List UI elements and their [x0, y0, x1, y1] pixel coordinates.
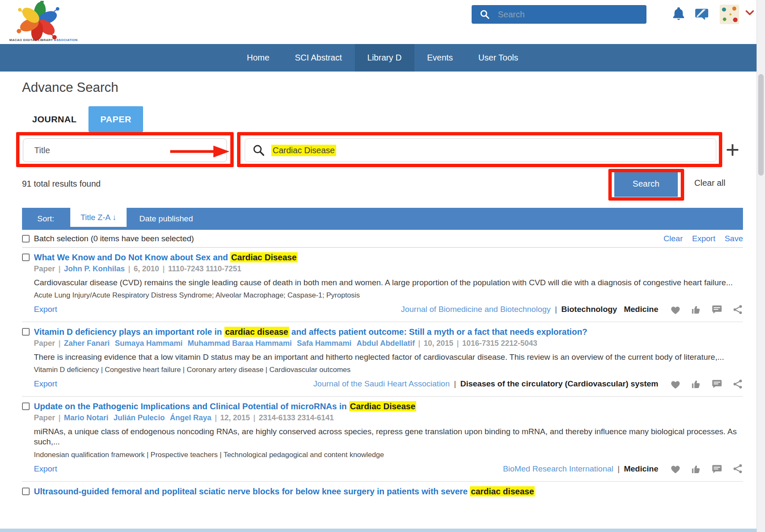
author-link[interactable]: Safa Hammami	[297, 339, 351, 347]
nav-item-events[interactable]: Events	[414, 44, 466, 72]
result-meta: Paper|Zaher FanariSumaya HammamiMuhammad…	[34, 339, 743, 348]
result-checkbox[interactable]	[22, 254, 30, 261]
result-title-link[interactable]: Vitamin D deficiency plays an important …	[34, 326, 587, 337]
user-avatar[interactable]	[720, 5, 739, 24]
comment-icon[interactable]	[712, 464, 722, 474]
global-search-bar[interactable]	[472, 5, 646, 24]
site-logo[interactable]: MACAO DIGITAL LIBRARY ASSOCIATION	[7, 1, 70, 43]
author-link[interactable]: Muhammad Baraa Hammami	[188, 339, 292, 347]
notifications-bell-icon[interactable]	[671, 6, 687, 24]
result-type-label: Paper	[34, 265, 55, 273]
highlighted-term: cardiac disease	[470, 486, 535, 496]
global-search-input[interactable]	[497, 9, 637, 20]
nav-item-library-d[interactable]: Library D	[355, 44, 414, 72]
chevron-down-icon: ⌄	[212, 146, 219, 154]
author-link[interactable]: Zaher Fanari	[64, 339, 110, 347]
result-item: Vitamin D deficiency plays an important …	[22, 322, 743, 397]
clear-all-button[interactable]: Clear all	[694, 178, 725, 188]
author-link[interactable]: Sumaya Hammami	[115, 339, 182, 347]
search-button[interactable]: Search	[614, 171, 678, 197]
result-action-icons	[670, 463, 743, 474]
author-link[interactable]: Ángel Raya	[170, 413, 211, 422]
account-chevron-down-icon[interactable]	[745, 10, 754, 17]
author-link[interactable]: Julián Pulecio	[113, 413, 165, 422]
journal-link[interactable]: Journal of Biomedicine and Biotechnology	[401, 305, 551, 314]
batch-link-export[interactable]: Export	[692, 234, 715, 243]
paper-search-input[interactable]: Cardiac Disease	[245, 138, 716, 162]
result-title-link[interactable]: Update on the Pathogenic Implications an…	[34, 401, 416, 412]
result-type-label: Paper	[34, 413, 55, 422]
search-icon	[479, 9, 490, 20]
export-link[interactable]: Export	[34, 305, 57, 314]
horizontal-scrollbar[interactable]	[0, 529, 757, 532]
export-link[interactable]: Export	[34, 464, 57, 474]
nav-item-home[interactable]: Home	[234, 44, 282, 72]
result-footer-right: BioMed Research International|Medicine	[503, 463, 743, 474]
favorite-heart-icon[interactable]	[670, 464, 681, 474]
result-checkbox[interactable]	[22, 328, 30, 336]
title-text: What We Know and Do Not Know about Sex a…	[34, 253, 230, 262]
result-footer: ExportJournal of the Saudi Heart Associa…	[34, 378, 743, 390]
batch-link-clear[interactable]: Clear	[663, 234, 682, 243]
result-item: What We Know and Do Not Know about Sex a…	[22, 248, 743, 322]
result-keywords: Indonesian qualification framework | Pro…	[34, 451, 743, 459]
journal-link[interactable]: BioMed Research International	[503, 464, 613, 474]
author-link[interactable]: Mario Notari	[64, 413, 108, 422]
sort-options: Title Z-A ↓Date published	[54, 208, 204, 230]
add-search-field-icon[interactable]: +	[726, 134, 740, 166]
search-fields-row: Title ⌄ Cardiac Disease +	[22, 132, 743, 168]
result-title-row: Update on the Pathogenic Implications an…	[22, 401, 743, 412]
separator: |	[454, 379, 456, 389]
tab-journal[interactable]: JOURNAL	[22, 106, 88, 132]
share-icon[interactable]	[732, 304, 743, 315]
comment-icon[interactable]	[712, 379, 722, 389]
batch-link-save[interactable]: Save	[725, 234, 743, 243]
result-description: Cardiovascular disease (CVD) remains the…	[34, 278, 743, 288]
share-icon[interactable]	[732, 379, 743, 389]
sort-option-title-z-a[interactable]: Title Z-A ↓	[70, 208, 127, 227]
separator: |	[555, 305, 557, 314]
result-item: Ultrasound-guided femoral and popliteal …	[22, 482, 743, 497]
result-issn: 2314-6133 2314-6141	[259, 413, 334, 422]
journal-link[interactable]: Journal of the Saudi Heart Association	[313, 379, 450, 389]
advance-search-page: Advance Search JOURNALPAPER Title ⌄ Card…	[0, 80, 765, 497]
thumbs-up-icon[interactable]	[691, 379, 701, 389]
search-icon	[252, 143, 265, 157]
author-link[interactable]: Abdul Abdellatif	[356, 339, 414, 347]
separator: |	[253, 413, 255, 422]
separator: |	[457, 339, 459, 347]
result-title-link[interactable]: Ultrasound-guided femoral and popliteal …	[34, 486, 535, 497]
result-keywords: Vitamin D deficiency | Congestive heart …	[34, 366, 743, 374]
favorite-heart-icon[interactable]	[670, 379, 681, 389]
field-selector-dropdown[interactable]: Title ⌄	[23, 138, 227, 162]
messages-chat-icon[interactable]	[694, 7, 710, 23]
result-footer-right: Journal of Biomedicine and Biotechnology…	[401, 304, 743, 315]
separator: |	[58, 265, 61, 273]
tab-paper[interactable]: PAPER	[88, 106, 143, 132]
main-nav: HomeSCI AbstractLibrary DEventsUser Tool…	[0, 44, 765, 72]
highlighted-term: cardiac disease	[224, 327, 289, 337]
export-link[interactable]: Export	[34, 379, 57, 389]
favorite-heart-icon[interactable]	[670, 305, 681, 314]
author-link[interactable]: John P. Konhilas	[64, 265, 125, 273]
vertical-scrollbar[interactable]	[757, 0, 765, 532]
nav-item-user-tools[interactable]: User Tools	[466, 44, 531, 72]
nav-item-sci-abstract[interactable]: SCI Abstract	[282, 44, 354, 72]
title-text: Vitamin D deficiency plays an important …	[34, 327, 224, 336]
thumbs-up-icon[interactable]	[691, 464, 701, 474]
title-text: Update on the Pathogenic Implications an…	[34, 402, 349, 411]
sort-option-date-published[interactable]: Date published	[128, 208, 204, 230]
share-icon[interactable]	[732, 463, 743, 474]
vertical-scrollbar-thumb[interactable]	[758, 74, 764, 176]
separator: |	[618, 464, 620, 474]
result-checkbox[interactable]	[22, 402, 30, 410]
field-selector-value: Title	[34, 146, 212, 155]
category-label: Medicine	[624, 305, 658, 314]
result-checkbox[interactable]	[22, 488, 30, 495]
batch-selection-checkbox[interactable]	[22, 235, 30, 243]
thumbs-up-icon[interactable]	[691, 304, 701, 314]
batch-selection-label: Batch selection (0 items have been selec…	[34, 234, 194, 243]
highlighted-term: Cardiac Disease	[230, 252, 298, 262]
comment-icon[interactable]	[712, 304, 722, 314]
result-title-link[interactable]: What We Know and Do Not Know about Sex a…	[34, 252, 298, 263]
